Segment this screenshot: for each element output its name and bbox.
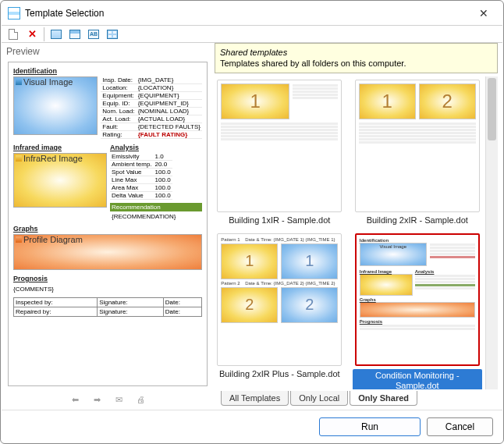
template-selection-dialog: Template Selection ✕ ✕ AB Preview Identi… bbox=[0, 0, 504, 444]
mini-ir-icon: 1 bbox=[359, 83, 416, 119]
mini-profile-icon bbox=[360, 302, 475, 318]
mini-sig bbox=[360, 325, 475, 330]
preview-heading: Preview bbox=[2, 43, 214, 60]
new-template-button[interactable] bbox=[5, 27, 22, 42]
rec-text: {RECOMMENDATION} bbox=[110, 211, 202, 222]
grid-layout-icon bbox=[107, 30, 118, 39]
toolbar: ✕ AB bbox=[2, 25, 502, 43]
tab-only-shared[interactable]: Only Shared bbox=[350, 391, 417, 406]
signoff-table: Inspected by:Signature:Date: Repaired by… bbox=[13, 297, 202, 317]
mini-analysis bbox=[415, 275, 475, 289]
template-gallery: 1 Building 1xIR - Sample.dot 1 2 bbox=[215, 76, 498, 389]
next-page-button[interactable]: ➡ bbox=[89, 392, 105, 407]
infrared-caption: InfraRed Image bbox=[23, 154, 83, 163]
dialog-body: Preview Identification Visual Image Insp… bbox=[2, 43, 502, 410]
visual-image-box: Visual Image bbox=[13, 76, 98, 135]
visual-image-icon bbox=[16, 79, 22, 85]
mini-body bbox=[221, 123, 338, 140]
mini-header: Pattern 2 Date & Time: {IMG_DATE 2} {IMG… bbox=[221, 281, 338, 286]
template-item[interactable]: 1 Building 1xIR - Sample.dot bbox=[215, 80, 345, 226]
info-desc: Templates shared by all folders on this … bbox=[220, 58, 492, 69]
info-heading: Shared templates bbox=[220, 47, 492, 58]
mini-body bbox=[359, 123, 476, 144]
rec-heading: Recommendation bbox=[110, 203, 202, 211]
mini-visual-icon: 1 bbox=[281, 243, 338, 279]
template-label: Building 2xIR - Sample.dot bbox=[367, 215, 468, 226]
template-thumbnail: 1 2 bbox=[355, 80, 480, 212]
template-label: Building 1xIR - Sample.dot bbox=[229, 215, 330, 226]
template-label: Condition Monitoring - Sample.dot bbox=[353, 369, 483, 389]
text-layout-icon: AB bbox=[88, 30, 99, 39]
view-mode-1-button[interactable] bbox=[48, 27, 65, 42]
template-thumbnail: Pattern 1 Date & Time: {IMG_DATE 1} {IMG… bbox=[217, 233, 342, 366]
mini-section: Prognosis bbox=[360, 319, 475, 324]
infrared-image-icon bbox=[16, 155, 22, 162]
mini-ident bbox=[430, 243, 475, 266]
mini-ir-icon bbox=[360, 274, 413, 296]
dialog-footer: Run Cancel bbox=[2, 410, 502, 442]
template-thumbnail: Identification Visual Image Infrared Ima… bbox=[355, 233, 480, 366]
email-button[interactable]: ✉ bbox=[111, 392, 126, 407]
section-prognosis: Prognosis bbox=[13, 275, 202, 282]
close-button[interactable]: ✕ bbox=[471, 2, 496, 24]
delete-icon: ✕ bbox=[28, 28, 37, 40]
template-thumbnail: 1 bbox=[217, 80, 342, 212]
mini-header: Pattern 1 Date & Time: {IMG_DATE 1} {IMG… bbox=[221, 237, 338, 242]
view-mode-4-button[interactable] bbox=[104, 27, 121, 42]
preview-nav: ⬅ ➡ ✉ 🖨 bbox=[2, 389, 214, 410]
app-icon bbox=[8, 7, 20, 20]
analysis-table: Emissivity1.0 Ambient temp.20.0 Spot Val… bbox=[110, 153, 172, 200]
view-mode-3-button[interactable]: AB bbox=[85, 27, 102, 42]
mini-ident-table bbox=[293, 83, 338, 119]
print-button[interactable]: 🖨 bbox=[133, 392, 148, 407]
filter-tabs: All Templates Only Local Only Shared bbox=[215, 391, 498, 410]
section-identification: Identification bbox=[13, 67, 202, 75]
run-button[interactable]: Run bbox=[319, 417, 421, 436]
info-banner: Shared templates Templates shared by all… bbox=[215, 43, 498, 73]
titlebar: Template Selection ✕ bbox=[2, 2, 502, 25]
mini-ir-icon: 1 bbox=[221, 243, 278, 279]
template-list-pane: Shared templates Templates shared by all… bbox=[215, 43, 502, 410]
template-item[interactable]: 1 2 Building 2xIR - Sample.dot bbox=[353, 80, 483, 226]
header-layout-icon bbox=[69, 30, 80, 39]
preview-pane: Preview Identification Visual Image Insp… bbox=[2, 43, 215, 410]
mini-ir-icon: 2 bbox=[419, 83, 476, 119]
layout-icon bbox=[51, 30, 62, 39]
template-grid[interactable]: 1 Building 1xIR - Sample.dot 1 2 bbox=[215, 76, 485, 389]
template-label: Building 2xIR Plus - Sample.dot bbox=[219, 369, 340, 379]
toolbar-separator bbox=[44, 27, 44, 41]
scrollbar-thumb[interactable] bbox=[488, 78, 496, 140]
gallery-scrollbar[interactable] bbox=[485, 76, 498, 389]
view-mode-2-button[interactable] bbox=[66, 27, 83, 42]
identification-table: Insp. Date:{IMG_DATE} Location:{LOCATION… bbox=[101, 76, 202, 139]
mini-ir-icon: 1 bbox=[221, 83, 289, 119]
visual-caption: Visual Image bbox=[23, 77, 73, 87]
new-icon bbox=[9, 29, 18, 40]
section-analysis: Analysis bbox=[110, 144, 202, 151]
mini-visual-icon: Visual Image bbox=[360, 243, 427, 266]
delete-template-button[interactable]: ✕ bbox=[23, 27, 41, 42]
mini-ir-icon: 2 bbox=[221, 287, 278, 323]
profile-caption: Profile Diagram bbox=[23, 235, 83, 244]
infrared-image-box: InfraRed Image bbox=[13, 153, 107, 208]
preview-content: Identification Visual Image Insp. Date:{… bbox=[9, 62, 207, 385]
cancel-button[interactable]: Cancel bbox=[427, 417, 493, 436]
prognosis-comments: {COMMENTS} bbox=[13, 284, 202, 297]
prev-page-button[interactable]: ⬅ bbox=[67, 392, 83, 407]
template-item-selected[interactable]: Identification Visual Image Infrared Ima… bbox=[353, 233, 483, 389]
section-graphs: Graphs bbox=[13, 225, 202, 233]
template-item[interactable]: Pattern 1 Date & Time: {IMG_DATE 1} {IMG… bbox=[215, 233, 345, 389]
preview-viewport: Identification Visual Image Insp. Date:{… bbox=[8, 62, 208, 386]
profile-icon bbox=[16, 236, 22, 243]
window-title: Template Selection bbox=[25, 8, 104, 19]
section-infrared: Infrared image bbox=[13, 144, 107, 151]
tab-all-templates[interactable]: All Templates bbox=[221, 391, 289, 406]
profile-diagram-box: Profile Diagram bbox=[13, 234, 202, 270]
mini-section: Analysis bbox=[415, 269, 475, 274]
mini-visual-icon: 2 bbox=[281, 287, 338, 323]
tab-only-local[interactable]: Only Local bbox=[290, 391, 348, 406]
